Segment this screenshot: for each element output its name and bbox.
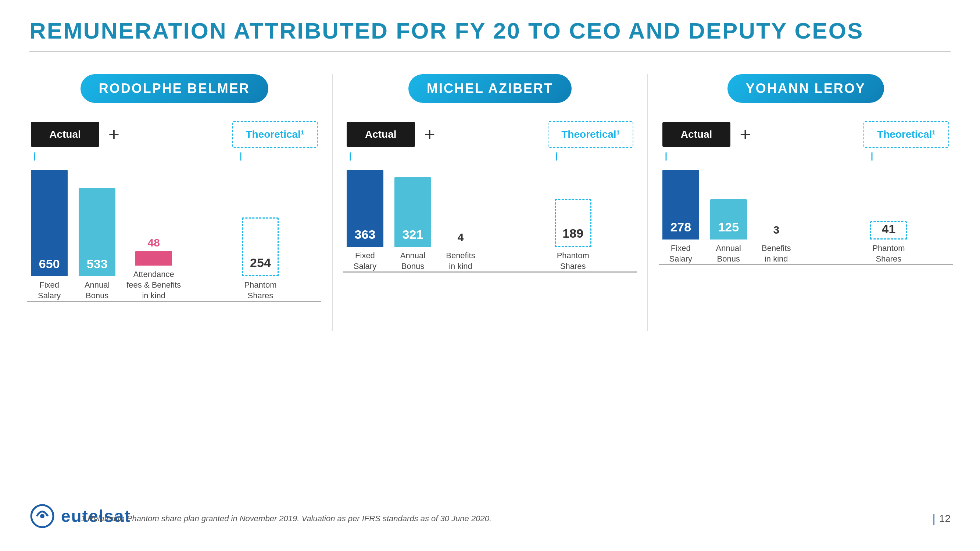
- theoretical-bracket-belmer: [239, 149, 318, 162]
- footnote: 1 Related to Phantom share plan granted …: [81, 514, 492, 524]
- bar-phantom-belmer: 254 PhantomShares: [242, 218, 278, 301]
- page-number: 12: [932, 512, 951, 525]
- actual-bracket-leroy: [662, 149, 859, 162]
- theoretical-label-belmer: Theoretical¹: [232, 121, 318, 148]
- eutelsat-icon: [29, 503, 55, 529]
- person-section-belmer: RODOLPHE BELMER Actual + Theoretical¹: [27, 74, 321, 302]
- bar-annual-bonus-leroy: 125 AnnualBonus: [710, 199, 747, 264]
- plus-leroy: +: [740, 124, 751, 146]
- bar-phantom-azibert: 189 PhantomShares: [555, 199, 592, 272]
- bar-label: FixedSalary: [38, 280, 60, 301]
- person-name-belmer: RODOLPHE BELMER: [81, 74, 268, 103]
- plus-belmer: +: [108, 124, 119, 146]
- bar-label: Attendancefees & Benefitsin kind: [126, 269, 181, 301]
- page-title: REMUNERATION ATTRIBUTED FOR FY 20 TO CEO…: [0, 0, 980, 51]
- bar-fixed-salary-azibert: 363 FixedSalary: [347, 170, 383, 272]
- actual-bracket-belmer: [31, 149, 228, 162]
- bar-attendance-belmer: 48 Attendancefees & Benefitsin kind: [126, 237, 181, 301]
- theoretical-bracket-leroy: [870, 149, 949, 162]
- svg-point-1: [40, 514, 45, 518]
- bar-annual-bonus-azibert: 321 AnnualBonus: [395, 177, 431, 272]
- person-name-leroy: YOHANN LEROY: [727, 74, 884, 103]
- theoretical-label-leroy: Theoretical¹: [864, 121, 949, 148]
- actual-label-azibert: Actual: [347, 122, 415, 147]
- bar-label: PhantomShares: [244, 280, 277, 301]
- bar-benefits-azibert: 4 Benefitsin kind: [442, 231, 479, 272]
- bar-annual-bonus-belmer: 533 AnnualBonus: [79, 188, 115, 301]
- bar-fixed-salary-belmer: 650 FixedSalary: [31, 170, 68, 301]
- actual-bracket-azibert: [347, 149, 544, 162]
- bar-fixed-salary-leroy: 278 FixedSalary: [662, 170, 699, 264]
- divider-1: [332, 74, 332, 331]
- theoretical-label-azibert: Theoretical¹: [548, 121, 633, 148]
- baseline-leroy: [659, 264, 953, 265]
- person-section-azibert: MICHEL AZIBERT Actual + Theoretical¹: [343, 74, 637, 273]
- bar-benefits-leroy: 3 Benefitsin kind: [758, 224, 795, 264]
- main-content: RODOLPHE BELMER Actual + Theoretical¹: [0, 74, 980, 331]
- baseline-belmer: [27, 301, 321, 302]
- person-name-azibert: MICHEL AZIBERT: [408, 74, 572, 103]
- divider-2: [648, 74, 648, 331]
- title-underline: [29, 51, 951, 52]
- actual-label-leroy: Actual: [662, 122, 731, 147]
- plus-azibert: +: [424, 124, 435, 146]
- baseline-azibert: [343, 272, 637, 273]
- bar-phantom-leroy: 41 PhantomShares: [870, 221, 907, 264]
- bar-label: AnnualBonus: [84, 280, 110, 301]
- actual-label-belmer: Actual: [31, 122, 99, 147]
- theoretical-bracket-azibert: [555, 149, 633, 162]
- plus-spacer-belmer: [220, 279, 242, 301]
- person-section-leroy: YOHANN LEROY Actual + Theoretical¹: [659, 74, 953, 265]
